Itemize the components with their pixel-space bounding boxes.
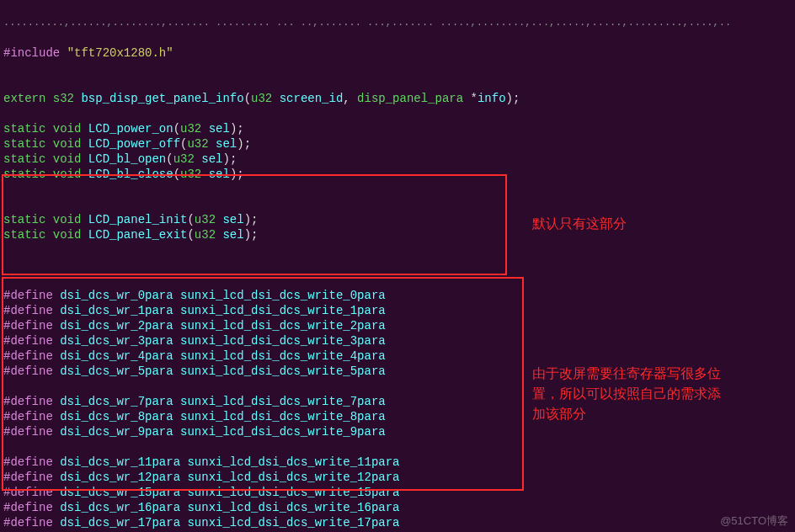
code-editor: ..........,......,........,....... .....… [0,0,795,532]
define-val: sunxi_lcd_dsi_dcs_write_12para [187,471,399,484]
define-val: sunxi_lcd_dsi_dcs_write_15para [187,486,399,499]
static-line: static void LCD_bl_close(u32 sel); [3,167,792,182]
define-line: #define dsi_dcs_wr_15para sunxi_lcd_dsi_… [3,485,792,500]
defines-added-2: #define dsi_dcs_wr_11para sunxi_lcd_dsi_… [3,455,792,532]
static-decls-1: static void LCD_power_on(u32 sel);static… [3,121,792,182]
star: * [471,92,478,105]
define-kw: #define [3,501,60,514]
annotation-default: 默认只有这部分 [532,214,627,234]
static-line: static void LCD_bl_open(u32 sel); [3,152,792,167]
comma: , [343,92,357,105]
define-line: #define dsi_dcs_wr_4para sunxi_lcd_dsi_d… [3,348,792,364]
paren-close: ); [222,152,237,166]
fn-name: LCD_power_off [88,137,180,151]
static-kw: static [3,137,53,151]
arg-type2: disp_panel_para [357,92,470,105]
ret-type: void [53,137,88,151]
define-kw: #define [3,486,60,499]
ret-type: void [53,152,88,166]
ret-type: void [53,213,88,226]
define-name: dsi_dcs_wr_11para [60,455,187,469]
arg-type: u32 [195,228,223,242]
define-val: sunxi_lcd_dsi_dcs_write_3para [180,334,386,348]
arg-name: sel [222,213,243,226]
fn-name: LCD_panel_exit [88,228,188,242]
define-kw: #define [3,395,60,408]
paren-close: ); [506,92,520,105]
fn-name: LCD_bl_close [88,168,173,181]
include-path: "tft720x1280.h" [67,46,173,60]
arg-type: u32 [195,213,223,226]
header-line: ..........,......,........,....... .....… [3,15,792,30]
fn-name: LCD_panel_init [88,213,188,226]
define-line: #define dsi_dcs_wr_1para sunxi_lcd_dsi_d… [3,303,792,318]
define-kw: #define [3,425,60,439]
define-name: dsi_dcs_wr_9para [60,425,180,439]
arg-type: u32 [173,152,202,166]
paren-open: ( [187,228,194,242]
arg-name: sel [201,152,222,166]
arg-name2: info [478,92,506,105]
define-kw: #define [3,364,60,378]
paren-open: ( [166,152,173,166]
define-name: dsi_dcs_wr_3para [60,334,180,348]
define-name: dsi_dcs_wr_0para [60,289,180,302]
static-line: static void LCD_panel_init(u32 sel); [3,212,792,227]
annotation-added: 由于改屏需要往寄存器写很多位置，所以可以按照自己的需求添加该部分 [532,364,726,424]
define-val: sunxi_lcd_dsi_dcs_write_1para [180,304,386,317]
paren-close: ); [237,137,251,151]
static-kw: static [3,152,53,166]
paren-close: ); [230,168,244,181]
define-val: sunxi_lcd_dsi_dcs_write_7para [180,395,386,408]
arg-type: u32 [180,122,209,136]
define-val: sunxi_lcd_dsi_dcs_write_11para [187,455,399,469]
define-name: dsi_dcs_wr_5para [60,364,180,378]
define-val: sunxi_lcd_dsi_dcs_write_2para [180,319,386,332]
define-name: dsi_dcs_wr_15para [60,486,187,499]
define-val: sunxi_lcd_dsi_dcs_write_8para [180,410,386,423]
define-line: #define dsi_dcs_wr_11para sunxi_lcd_dsi_… [3,455,792,470]
define-line: #define dsi_dcs_wr_2para sunxi_lcd_dsi_d… [3,318,792,333]
define-name: dsi_dcs_wr_7para [60,395,180,408]
define-name: dsi_dcs_wr_1para [60,304,180,317]
ret-type: void [53,228,88,242]
define-name: dsi_dcs_wr_4para [60,349,180,363]
define-line: #define dsi_dcs_wr_9para sunxi_lcd_dsi_d… [3,424,792,439]
define-kw: #define [3,410,60,423]
define-val: sunxi_lcd_dsi_dcs_write_4para [180,349,386,363]
static-kw: static [3,228,53,242]
arg-type: u32 [251,92,280,105]
arg-name: sel [222,228,243,242]
ret-type: s32 [53,92,82,105]
static-kw: static [3,213,53,226]
fn-name: LCD_bl_open [88,152,166,166]
arg-type: u32 [187,137,216,151]
define-kw: #define [3,289,60,302]
paren-close: ); [244,213,259,226]
define-kw: #define [3,319,60,332]
define-val: sunxi_lcd_dsi_dcs_write_17para [187,516,399,529]
define-val: sunxi_lcd_dsi_dcs_write_9para [180,425,386,439]
arg-name: sel [209,122,230,136]
static-kw: static [3,122,53,136]
define-val: sunxi_lcd_dsi_dcs_write_5para [180,364,386,378]
define-kw: #define [3,455,60,469]
static-kw: static [3,168,53,181]
define-line: #define dsi_dcs_wr_12para sunxi_lcd_dsi_… [3,470,792,485]
define-line: #define dsi_dcs_wr_16para sunxi_lcd_dsi_… [3,500,792,515]
watermark: @51CTO博客 [720,513,788,529]
paren-open: ( [187,213,194,226]
fn-name: bsp_disp_get_panel_info [81,92,243,105]
paren-open: ( [173,168,180,181]
ret-type: void [53,168,88,181]
extern-line: extern s32 bsp_disp_get_panel_info(u32 s… [3,91,792,106]
define-name: dsi_dcs_wr_16para [60,501,187,514]
paren-open: ( [173,122,180,136]
define-kw: #define [3,334,60,348]
define-kw: #define [3,349,60,363]
define-line: #define dsi_dcs_wr_17para sunxi_lcd_dsi_… [3,515,792,530]
static-line: static void LCD_power_off(u32 sel); [3,136,792,152]
define-name: dsi_dcs_wr_17para [60,516,187,529]
static-decls-2: static void LCD_panel_init(u32 sel);stat… [3,212,792,242]
paren-close: ); [244,228,259,242]
